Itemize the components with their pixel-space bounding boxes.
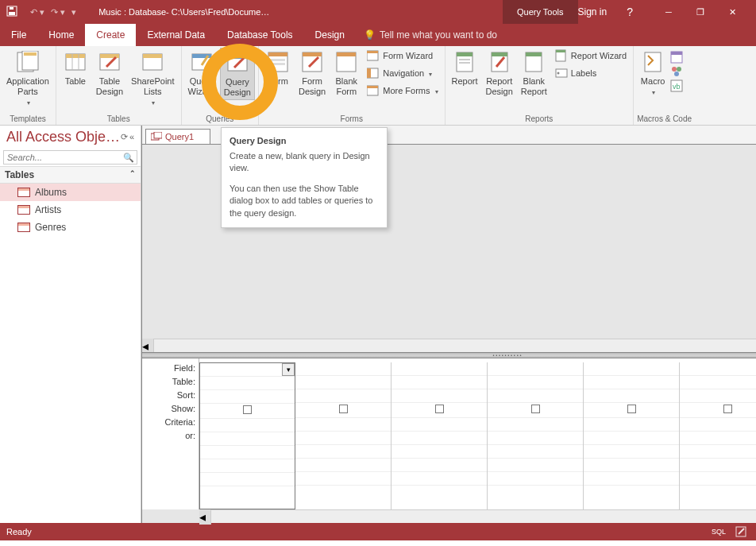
qbe-sort-cell[interactable] [200, 390, 295, 404]
document-tab-query1[interactable]: Query1 [145, 129, 210, 144]
tab-create[interactable]: Create [85, 24, 136, 46]
checkbox[interactable] [339, 405, 348, 413]
class-module-icon[interactable] [670, 65, 683, 78]
query-design-button[interactable]: Query Design [220, 48, 255, 100]
pane-splitter[interactable]: • • • • • • • • • • [142, 352, 756, 358]
close-button[interactable]: ✕ [716, 0, 748, 24]
form-design-button[interactable]: Form Design [295, 48, 329, 99]
redo-icon[interactable]: ↷ ▾ [51, 7, 65, 17]
ribbon-group-forms: Form Form Design Blank Form Form Wizard … [259, 46, 446, 125]
table-design-button[interactable]: Table Design [93, 48, 126, 99]
nav-pane-header[interactable]: All Access Obje… ⟳ « [0, 126, 141, 149]
form-wizard-button[interactable]: Form Wizard [364, 48, 441, 64]
scroll-left-button[interactable]: ◂ [142, 339, 154, 354]
status-bar: Ready SQL [0, 523, 756, 540]
sharepoint-lists-button[interactable]: SharePoint Lists [128, 48, 177, 110]
qbe-criteria-cell[interactable] [200, 419, 295, 432]
ribbon-group-label: Queries [185, 113, 255, 125]
svg-point-47 [557, 72, 559, 75]
blank-report-button[interactable]: Blank Report [518, 48, 550, 99]
qbe-column[interactable] [584, 362, 680, 509]
tooltip-title: Query Design [230, 136, 379, 145]
qbe-column[interactable] [680, 362, 756, 509]
svg-point-53 [674, 72, 679, 76]
qat-customize-icon[interactable]: ▾ [71, 7, 76, 17]
sql-view-button[interactable]: SQL [712, 528, 726, 536]
report-button[interactable]: Report [449, 48, 481, 88]
svg-rect-36 [457, 52, 472, 56]
ribbon-group-label: Macros & Code [637, 113, 692, 125]
qbe-column[interactable] [295, 362, 392, 509]
scroll-left-button[interactable]: ◂ [199, 509, 211, 525]
visual-basic-icon[interactable]: vb [670, 79, 683, 92]
design-view-button[interactable] [732, 525, 750, 539]
svg-rect-22 [271, 59, 285, 61]
blank-form-button[interactable]: Blank Form [330, 48, 362, 99]
tell-me-label: Tell me what you want to do [380, 29, 497, 41]
sign-in-link[interactable]: Sign in [578, 6, 608, 17]
save-icon[interactable] [0, 6, 24, 18]
help-icon[interactable]: ? [627, 6, 633, 18]
application-parts-button[interactable]: Application Parts [3, 48, 52, 110]
query-wizard-icon [189, 49, 214, 75]
checkbox[interactable] [531, 405, 540, 413]
qbe-table-cell[interactable] [200, 377, 295, 390]
checkbox[interactable] [435, 405, 444, 413]
dropdown-icon[interactable]: ▾ [282, 363, 295, 376]
qbe-columns: ▾ [199, 358, 756, 509]
svg-rect-34 [367, 86, 378, 88]
tab-file[interactable]: File [0, 24, 37, 46]
qbe-column[interactable] [392, 362, 488, 509]
table-button[interactable]: Table [60, 48, 91, 88]
svg-text:vb: vb [673, 83, 681, 91]
undo-icon[interactable]: ↶ ▾ [30, 7, 44, 17]
context-tab-query-tools: Query Tools [503, 0, 578, 24]
form-button[interactable]: Form [262, 48, 294, 88]
qbe-field-cell[interactable]: ▾ [200, 363, 295, 377]
svg-rect-40 [492, 52, 507, 56]
qbe-label-table: Table: [142, 377, 199, 390]
nav-section-tables[interactable]: Tables ⌃ [0, 166, 141, 184]
qbe-or-cell[interactable] [200, 432, 295, 446]
ribbon-group-label: Tables [60, 113, 178, 125]
svg-rect-43 [526, 52, 542, 56]
nav-search-input[interactable] [4, 151, 121, 164]
svg-rect-21 [268, 52, 287, 56]
svg-point-52 [677, 67, 681, 72]
ribbon-tabs: File Home Create External Data Database … [0, 24, 756, 46]
grid-horizontal-scrollbar[interactable]: ◂ ▸ [199, 509, 756, 523]
checkbox[interactable] [627, 405, 636, 413]
qbe-column[interactable] [488, 362, 584, 509]
maximize-button[interactable]: ❐ [685, 0, 716, 24]
macro-button[interactable]: Macro [637, 48, 669, 99]
checkbox[interactable] [723, 405, 732, 413]
tab-home[interactable]: Home [37, 24, 85, 46]
tell-me-search[interactable]: 💡 Tell me what you want to do [356, 24, 497, 46]
svg-rect-28 [337, 52, 356, 56]
module-icon[interactable] [670, 51, 683, 64]
qbe-column[interactable]: ▾ [199, 362, 295, 509]
query-wizard-button[interactable]: Query Wizard [185, 48, 218, 99]
nav-refresh-icon[interactable]: ⟳ [121, 132, 128, 142]
ribbon-group-tables: Table Table Design SharePoint Lists Tabl… [56, 46, 182, 125]
nav-item-genres[interactable]: Genres [0, 219, 141, 236]
upper-horizontal-scrollbar[interactable]: ◂ ▸ [142, 339, 756, 352]
query-design-icon [225, 50, 250, 76]
qbe-show-cell[interactable] [200, 405, 295, 419]
report-wizard-button[interactable]: Report Wizard [552, 48, 630, 64]
nav-item-artists[interactable]: Artists [0, 201, 141, 219]
search-icon[interactable]: 🔍 [121, 151, 137, 164]
labels-button[interactable]: Labels [552, 65, 630, 81]
svg-rect-7 [66, 54, 85, 58]
navigation-button[interactable]: Navigation [364, 65, 441, 81]
more-forms-button[interactable]: More Forms [364, 83, 441, 99]
ribbon-group-label: Reports [449, 113, 631, 125]
report-design-button[interactable]: Report Design [483, 48, 516, 99]
tab-design[interactable]: Design [304, 24, 356, 46]
checkbox[interactable] [243, 405, 252, 414]
nav-item-albums[interactable]: Albums [0, 184, 141, 201]
tab-external-data[interactable]: External Data [136, 24, 216, 46]
nav-collapse-icon[interactable]: « [129, 132, 134, 142]
tab-database-tools[interactable]: Database Tools [216, 24, 304, 46]
minimize-button[interactable]: ─ [653, 0, 685, 24]
